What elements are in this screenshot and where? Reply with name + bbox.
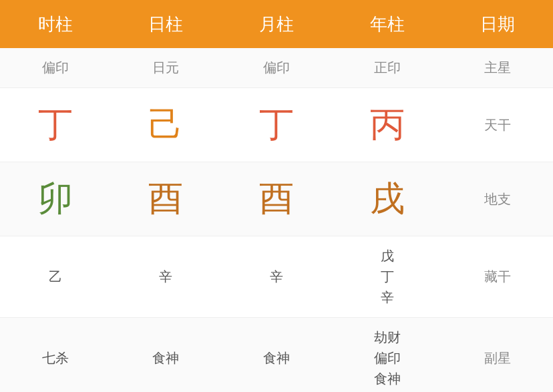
fuxing-rizhu-1: 食神	[152, 349, 179, 367]
cell-nianzhu-zhuxing: 正印	[332, 48, 443, 87]
cell-yuezhu-tiangan: 丁	[221, 88, 332, 162]
cell-label-dizhi: 地支	[442, 180, 553, 219]
cell-yuezhu-zanggan: 辛	[221, 257, 332, 297]
cell-shizhu-fuxing: 七杀	[0, 339, 111, 378]
cell-nianzhu-dizhi: 戌	[332, 162, 443, 236]
header-nianzhu: 年柱	[332, 13, 443, 36]
zanggan-nianzhu-2: 丁	[381, 268, 394, 286]
header-shizhu: 时柱	[0, 13, 111, 36]
cell-shizhu-dizhi: 卯	[0, 162, 111, 236]
cell-label-zhuxing: 主星	[442, 48, 553, 87]
row-zhuxing: 偏印 日元 偏印 正印 主星	[0, 48, 553, 88]
row-zanggan: 乙 辛 辛 戊 丁 辛 藏干	[0, 236, 553, 318]
cell-rizhu-zanggan: 辛	[111, 257, 222, 297]
cell-rizhu-fuxing: 食神	[111, 339, 222, 378]
cell-label-tiangan: 天干	[442, 106, 553, 145]
cell-rizhu-tiangan: 己	[111, 88, 222, 162]
cell-label-zanggan: 藏干	[442, 257, 553, 297]
header-rizhu: 日柱	[111, 13, 222, 36]
bazi-table: 时柱 日柱 月柱 年柱 日期 偏印 日元 偏印 正印 主星 丁 己 丁 丙 天干…	[0, 0, 553, 392]
zanggan-rizhu-1: 辛	[159, 268, 172, 286]
zanggan-shizhu-1: 乙	[49, 268, 62, 286]
cell-yuezhu-zhuxing: 偏印	[221, 48, 332, 87]
cell-yuezhu-dizhi: 酉	[221, 162, 332, 236]
cell-shizhu-zanggan: 乙	[0, 257, 111, 297]
row-dizhi: 卯 酉 酉 戌 地支	[0, 162, 553, 236]
cell-nianzhu-tiangan: 丙	[332, 88, 443, 162]
row-tiangan: 丁 己 丁 丙 天干	[0, 88, 553, 162]
cell-rizhu-zhuxing: 日元	[111, 48, 222, 87]
fuxing-nianzhu-3: 食神	[374, 370, 401, 388]
header-yuezhu: 月柱	[221, 13, 332, 36]
fuxing-shizhu-1: 七杀	[42, 349, 69, 367]
zanggan-yuezhu-1: 辛	[270, 268, 283, 286]
header-row: 时柱 日柱 月柱 年柱 日期	[0, 0, 553, 48]
cell-shizhu-tiangan: 丁	[0, 88, 111, 162]
fuxing-yuezhu-1: 食神	[263, 349, 290, 367]
header-riqi: 日期	[442, 13, 553, 36]
row-fuxing: 七杀 食神 食神 劫财 偏印 食神 副星	[0, 318, 553, 392]
zanggan-nianzhu-1: 戊	[381, 247, 394, 265]
cell-nianzhu-zanggan: 戊 丁 辛	[332, 236, 443, 317]
zanggan-nianzhu-3: 辛	[381, 288, 394, 307]
cell-nianzhu-fuxing: 劫财 偏印 食神	[332, 318, 443, 392]
cell-shizhu-zhuxing: 偏印	[0, 48, 111, 87]
cell-label-fuxing: 副星	[442, 339, 553, 378]
cell-yuezhu-fuxing: 食神	[221, 339, 332, 378]
fuxing-nianzhu-2: 偏印	[374, 349, 401, 367]
fuxing-nianzhu-1: 劫财	[374, 329, 401, 347]
cell-rizhu-dizhi: 酉	[111, 162, 222, 236]
